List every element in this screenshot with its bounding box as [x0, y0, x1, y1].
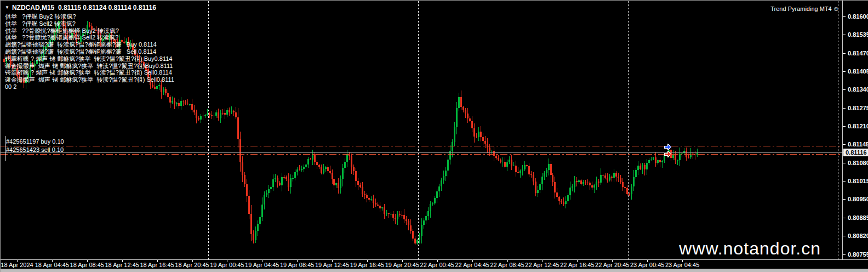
- candle-body: [250, 214, 252, 235]
- price-tick-label: 0.81340: [848, 86, 868, 93]
- candle-body: [515, 166, 517, 172]
- candle-body: [517, 172, 519, 173]
- time-tick-label: 19 Apr 16:45: [350, 262, 384, 268]
- time-axis[interactable]: 18 Apr 202418 Apr 04:4518 Apr 08:4518 Ap…: [1, 260, 868, 269]
- candle-body: [611, 177, 613, 178]
- price-tick-mark: [843, 108, 846, 109]
- candle-body: [629, 194, 630, 195]
- candle-body: [624, 187, 626, 189]
- candle-body: [537, 190, 539, 193]
- candle-body: [604, 175, 606, 178]
- candle-body: [248, 196, 250, 214]
- ea-status-lines: 倛举 ?伻艉 Buy2 转渎疯?倛举 ?伻艉 Sell2 转渎疯?倛举 ??骨膫…: [5, 13, 174, 90]
- time-tick-label: 23 Apr 00:45: [630, 262, 664, 268]
- candle-body: [242, 162, 243, 175]
- candle-body: [290, 178, 292, 187]
- candle-body: [312, 154, 313, 160]
- ohlc-header: ▼NZDCAD,M15 0.81115 0.81124 0.81114 0.81…: [5, 4, 156, 12]
- candle-body: [346, 155, 348, 162]
- open-value: 0.81115: [58, 4, 81, 12]
- candle-body: [539, 184, 541, 190]
- candle-body: [399, 214, 401, 215]
- candle-body: [283, 177, 285, 178]
- candle-body: [333, 179, 335, 185]
- price-tick-label: 0.81210: [848, 123, 868, 129]
- ea-status-line: 倛举 ?伻艉 Buy2 转渎疯?: [5, 13, 174, 20]
- candle-body: [178, 103, 180, 105]
- candle-body: [174, 101, 175, 104]
- candle-body: [530, 174, 532, 175]
- candle-body: [583, 182, 584, 184]
- candle-body: [419, 236, 420, 240]
- price-tick-mark: [843, 35, 846, 35]
- candle-body: [189, 104, 191, 105]
- candle-body: [500, 160, 501, 162]
- candle-body: [565, 201, 567, 204]
- time-tick-label: 22 Apr 20:45: [595, 262, 629, 268]
- candle-body: [414, 239, 416, 243]
- price-tick-label: 0.81145: [848, 141, 868, 148]
- candle-body: [460, 97, 462, 107]
- price-tick-label: 0.80950: [848, 196, 868, 202]
- close-value: 0.81116: [133, 4, 156, 12]
- candle-body: [410, 225, 412, 231]
- candle-body: [335, 183, 337, 185]
- candle-body: [493, 151, 495, 156]
- candle-body: [355, 171, 357, 181]
- candle-body: [574, 181, 575, 187]
- mt4-chart-window: ▼NZDCAD,M15 0.81115 0.81124 0.81114 0.81…: [0, 0, 868, 272]
- candle-body: [218, 112, 219, 118]
- price-axis[interactable]: 0.816000.815350.814700.814050.813400.812…: [843, 1, 868, 259]
- candle-body: [275, 178, 276, 179]
- ea-status-line: 谢金撮髅声 煳声 铑 鄄貅疯?狭举 转渎?愠?鬣丑?徂) Sell0.8111: [5, 76, 174, 83]
- ea-status-line: 倛举 ??骨膫忧?槲钷旄槲铎 Buy2 转渎疯?: [5, 27, 174, 35]
- candle-body: [642, 165, 643, 169]
- candle-body: [613, 173, 615, 178]
- candle-body: [239, 139, 241, 162]
- candle-body: [513, 166, 515, 166]
- symbol-name: NZDCAD,M15: [12, 4, 54, 12]
- candle-body: [535, 182, 536, 193]
- time-tick-label: 18 Apr 04:45: [35, 262, 69, 268]
- candle-body: [661, 161, 663, 162]
- candle-body: [469, 118, 471, 121]
- bottom-scrollbar-strip[interactable]: [1, 269, 868, 272]
- candle-body: [327, 167, 329, 171]
- time-tick-label: 19 Apr 12:45: [315, 262, 349, 268]
- candle-body: [522, 169, 523, 171]
- candle-body: [563, 202, 564, 205]
- candle-body: [288, 179, 289, 187]
- candle-body: [310, 159, 311, 160]
- candle-body: [690, 154, 692, 158]
- price-tick-mark: [843, 163, 846, 163]
- price-tick-mark: [843, 53, 846, 54]
- candle-body: [593, 185, 595, 188]
- price-tick-mark: [843, 16, 846, 17]
- candle-body: [526, 165, 528, 166]
- current-price-box: 0.81116: [843, 149, 868, 156]
- symbol-dropdown-icon[interactable]: ▼: [5, 5, 9, 10]
- candle-body: [432, 203, 433, 204]
- candle-body: [187, 104, 189, 104]
- candle-body: [224, 113, 226, 115]
- price-tick-mark: [843, 199, 846, 200]
- candle-body: [235, 112, 237, 117]
- ea-status-line: 倛举 ??骨膫忧?槲钷旄槲铎 Sell2 转渎疯?: [5, 34, 174, 41]
- candle-body: [169, 97, 171, 103]
- candle-body: [631, 186, 632, 194]
- candle-body: [329, 171, 331, 173]
- candle-body: [675, 155, 676, 160]
- order-sell-label: #425651423 sell 0.10: [6, 146, 64, 153]
- candle-body: [456, 108, 458, 128]
- candle-body: [554, 182, 556, 193]
- candle-body: [366, 195, 368, 198]
- time-tick-label: 22 Apr 04:45: [455, 262, 489, 268]
- candle-body: [458, 97, 460, 108]
- price-tick-label: 0.80755: [848, 251, 868, 258]
- candle-body: [299, 169, 300, 170]
- candle-body: [591, 185, 593, 188]
- candle-body: [552, 175, 553, 182]
- candle-body: [425, 216, 427, 220]
- candle-body: [198, 118, 199, 120]
- candle-body: [443, 176, 444, 180]
